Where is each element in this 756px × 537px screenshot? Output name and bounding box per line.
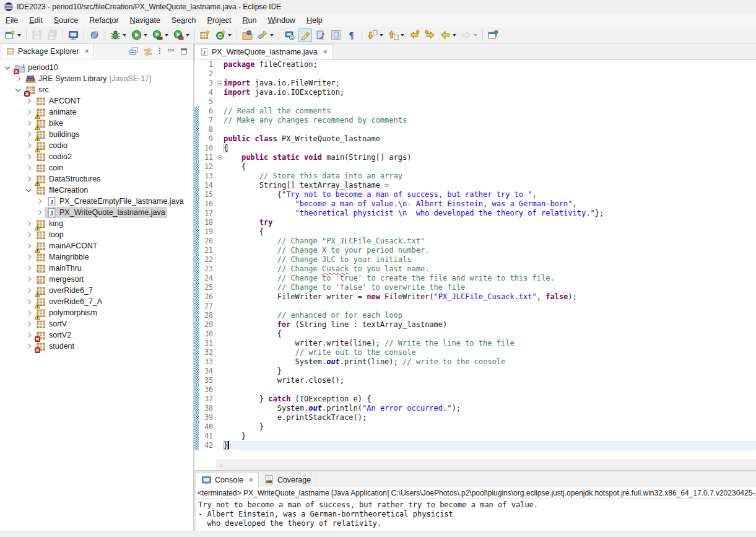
code-line-text[interactable]: "theoretical physicist \n who developed … <box>224 209 756 218</box>
tree-item-label-area[interactable]: mainThru <box>34 263 84 274</box>
expand-chevron-icon[interactable] <box>26 277 31 282</box>
code-line-text[interactable]: import java.io.FileWriter; <box>224 79 756 88</box>
expand-chevron-icon[interactable] <box>26 132 31 137</box>
code-line-text[interactable]: for (String line : textArray_lastname) <box>224 320 756 330</box>
menu-edit[interactable]: Edit <box>24 15 48 26</box>
code-line-text[interactable]: FileWriter writer = new FileWriter("PX_J… <box>224 292 756 302</box>
tree-item-label-area[interactable]: animate <box>34 107 78 118</box>
close-icon[interactable] <box>323 48 328 56</box>
code-line-text[interactable]: // Change to 'true' to create the file a… <box>224 274 756 283</box>
tree-item-override6-7[interactable]: overRide6_7 <box>0 285 193 296</box>
expand-chevron-icon[interactable] <box>26 177 31 181</box>
code-line-text[interactable]: public class PX_WriteQuote_lastname <box>224 134 756 144</box>
pin-editor-button[interactable] <box>486 28 500 42</box>
expand-chevron-icon[interactable] <box>26 255 31 260</box>
line-number[interactable]: 26 <box>199 292 215 302</box>
dropdown-arrow-icon[interactable] <box>474 34 477 37</box>
close-icon[interactable] <box>249 476 253 484</box>
code-line-text[interactable]: // Change "PX_JLCFile_Cusack.txt" <box>224 237 756 246</box>
line-number[interactable]: 10 <box>199 144 215 153</box>
menu-source[interactable]: Source <box>48 15 84 26</box>
code-line-text[interactable]: { <box>224 162 756 172</box>
code-line-text[interactable]: System.out.println("An error occurred.")… <box>224 404 756 413</box>
line-number[interactable]: 15 <box>199 190 215 199</box>
code-line-text[interactable]: e.printStackTrace(); <box>224 413 756 422</box>
editor-tab[interactable]: J PX_WriteQuote_lastname.java <box>194 44 333 59</box>
run-button[interactable] <box>129 28 149 42</box>
code-line-text[interactable] <box>224 97 756 107</box>
code-line-text[interactable]: try <box>224 218 756 227</box>
tree-item-mergesort[interactable]: mergesort <box>0 274 193 285</box>
line-number[interactable]: 40 <box>199 422 215 432</box>
tree-item-label-area[interactable]: mergesort <box>34 274 85 285</box>
line-number[interactable]: 9 <box>199 134 215 144</box>
menu-project[interactable]: Project <box>202 15 237 26</box>
tab-console[interactable]: Console <box>196 472 259 487</box>
tree-item-label-area[interactable]: src <box>24 84 51 95</box>
code-line-text[interactable]: } catch (IOException e) { <box>224 395 756 404</box>
tree-item-codio[interactable]: codio <box>0 140 193 151</box>
last-edit-location-button[interactable] <box>407 28 422 42</box>
line-number[interactable]: 18 <box>199 218 215 227</box>
link-with-editor-icon[interactable] <box>143 46 153 56</box>
code-line-text[interactable]: String[] textArray_lastname = <box>224 181 756 190</box>
code-line-text[interactable]: // Change to 'false' to overwrite the fi… <box>224 283 756 292</box>
collapse-chevron-icon[interactable] <box>5 64 10 69</box>
view-menu-icon[interactable] <box>157 46 162 56</box>
tree-item-label-area[interactable]: JRE System Library[JavaSE-17] <box>24 73 154 84</box>
code-line-text[interactable]: // Change Cusack to you last name. <box>224 264 756 274</box>
new-wizard-button[interactable] <box>3 28 23 42</box>
menu-navigate[interactable]: Navigate <box>124 15 166 26</box>
dropdown-arrow-icon[interactable] <box>228 34 232 37</box>
dropdown-arrow-icon[interactable] <box>17 34 21 37</box>
tree-item-period10[interactable]: Jperiod10 <box>0 62 193 73</box>
open-task-button[interactable]: C <box>282 28 297 42</box>
code-line-text[interactable] <box>224 302 756 311</box>
line-number[interactable]: 6 <box>199 107 215 116</box>
tree-item-animate[interactable]: animate <box>0 107 193 118</box>
maximize-icon[interactable] <box>180 47 188 56</box>
line-number[interactable]: 31 <box>199 339 215 348</box>
fold-toggle[interactable] <box>215 153 224 162</box>
code-line-text[interactable]: // Make any changes recommend by comment… <box>224 116 756 125</box>
line-number[interactable]: 36 <box>199 385 215 395</box>
line-number[interactable]: 28 <box>199 311 215 320</box>
expand-chevron-icon[interactable] <box>26 98 31 103</box>
code-line-text[interactable]: } <box>224 432 756 441</box>
code-line-text[interactable]: // Change X to your period number. <box>224 246 756 255</box>
line-number[interactable]: 13 <box>199 172 215 181</box>
tree-item-px-createemptyfile-lastname-java[interactable]: JPX_CreateEmptyFile_lastname.java <box>0 196 193 207</box>
line-number[interactable]: 37 <box>199 395 215 404</box>
tree-item-coin[interactable]: coin <box>0 162 193 173</box>
tab-coverage[interactable]: Coverage <box>259 472 316 487</box>
tree-item-label-area[interactable]: mainAFCONT <box>34 240 99 251</box>
package-explorer-tab[interactable]: Package Explorer <box>2 44 93 59</box>
expand-chevron-icon[interactable] <box>37 199 41 204</box>
code-line-text[interactable]: {"Try not to become a man of success, bu… <box>224 190 756 199</box>
tree-item-label-area[interactable]: fileCreation <box>34 185 90 196</box>
tree-item-sortv2[interactable]: sortV2 <box>0 330 193 341</box>
tree-item-afcont[interactable]: AFCONT <box>0 95 193 107</box>
menu-window[interactable]: Window <box>262 15 300 26</box>
show-whitespace-button[interactable]: ¶ <box>344 28 358 42</box>
line-number[interactable]: 41 <box>199 432 215 441</box>
expand-chevron-icon[interactable] <box>26 266 31 271</box>
dropdown-arrow-icon[interactable] <box>270 34 274 37</box>
tree-item-label-area[interactable]: sortV2 <box>34 330 73 341</box>
code-line-text[interactable]: } <box>224 367 756 376</box>
tree-item-student[interactable]: student <box>0 341 193 352</box>
mark-occurrences-button[interactable] <box>298 28 312 42</box>
import-folder-button[interactable] <box>240 28 254 42</box>
code-line-text[interactable]: System.out.print(line); // write to the … <box>224 357 756 367</box>
tree-item-label-area[interactable]: Maingribble <box>34 251 91 263</box>
skip-all-breakpoints-button[interactable] <box>87 28 102 42</box>
line-number[interactable]: 42 <box>199 441 215 450</box>
line-number[interactable]: 39 <box>199 413 215 422</box>
line-number[interactable]: 5 <box>199 97 215 107</box>
show-selected-element-button[interactable] <box>313 28 328 42</box>
tree-item-label-area[interactable]: overRide6_7_A <box>34 296 104 307</box>
fold-toggle[interactable] <box>215 79 224 88</box>
code-line-text[interactable]: } <box>224 422 756 432</box>
collapse-region-icon[interactable] <box>217 155 222 160</box>
coverage-button[interactable] <box>150 28 170 42</box>
